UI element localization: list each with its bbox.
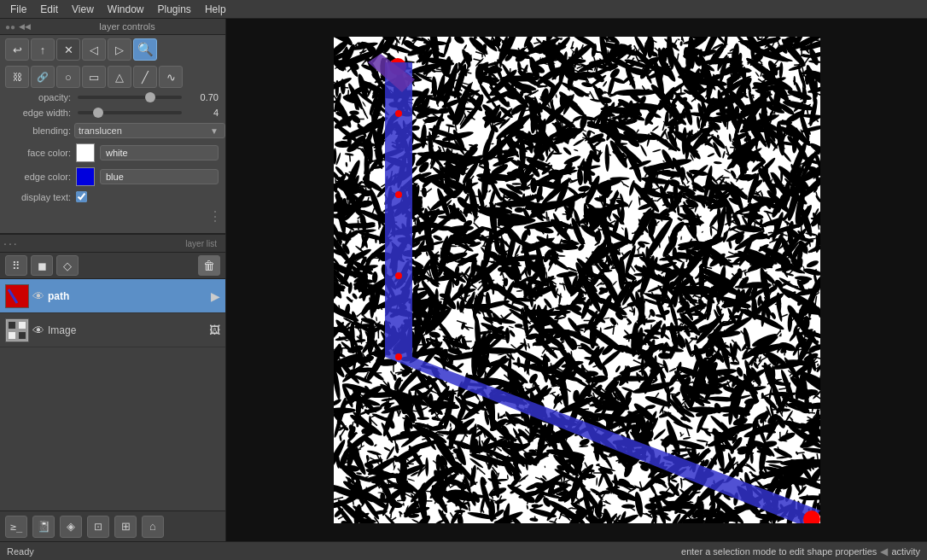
grid-btn[interactable]: ⊞: [114, 516, 137, 538]
svg-rect-2: [9, 322, 15, 329]
image-thumb-svg: [7, 320, 27, 341]
layer-thumb-image: [5, 318, 29, 342]
main-canvas[interactable]: [334, 37, 820, 523]
face-color-control: face color: white: [0, 141, 225, 165]
edge-width-label: edge width:: [7, 108, 71, 118]
edge-color-label: edge color:: [7, 172, 71, 182]
tool-unlink[interactable]: 🔗: [31, 66, 55, 88]
tool-close[interactable]: ✕: [56, 38, 80, 61]
crop-btn[interactable]: ⊡: [87, 516, 109, 538]
face-color-swatch[interactable]: [76, 143, 95, 162]
path-thumb-svg: [7, 286, 27, 306]
layer-image-icon: 🖼: [209, 324, 220, 336]
tool-arrow-back[interactable]: ↩: [5, 38, 29, 61]
tool-arrow-right[interactable]: ▷: [108, 38, 131, 61]
edge-width-slider[interactable]: [78, 111, 182, 114]
layer-tool-points[interactable]: ⠿: [5, 255, 27, 276]
layer-name-image: Image: [48, 324, 206, 336]
status-message: enter a selection mode to edit shape pro…: [681, 546, 877, 557]
svg-line-0: [9, 289, 17, 303]
layer-tool-labels[interactable]: ◇: [56, 255, 79, 276]
menu-plugins[interactable]: Plugins: [151, 2, 198, 17]
edge-width-thumb[interactable]: [93, 108, 103, 118]
layer-tool-shapes[interactable]: ◼: [31, 255, 53, 276]
blending-control: blending: translucen opaque additive ▼: [0, 120, 225, 141]
edge-width-control: edge width: 4: [0, 105, 225, 120]
layer-item-path[interactable]: 👁 path ▶: [0, 279, 225, 313]
mode-toolbar: ⛓ 🔗 ○ ▭ △ ╱ ∿: [0, 64, 225, 90]
edge-color-name[interactable]: blue: [100, 169, 219, 184]
edge-color-swatch[interactable]: [76, 167, 95, 186]
menu-window[interactable]: Window: [101, 2, 151, 17]
layer-expand-path[interactable]: ▶: [211, 289, 220, 303]
tool-arrow-left[interactable]: ◁: [82, 38, 106, 61]
activity-icon: ◀: [880, 545, 888, 557]
menu-edit[interactable]: Edit: [33, 2, 65, 17]
opacity-value: 0.70: [189, 92, 219, 102]
opacity-thumb[interactable]: [145, 92, 155, 102]
canvas-area: [226, 19, 927, 541]
menu-help[interactable]: Help: [198, 2, 233, 17]
menubar: File Edit View Window Plugins Help: [0, 0, 927, 19]
blending-select[interactable]: translucen opaque additive: [74, 123, 225, 138]
svg-rect-5: [19, 332, 26, 339]
status-right: enter a selection mode to edit shape pro…: [681, 545, 920, 557]
tool-rect[interactable]: ▭: [82, 66, 106, 88]
layer-list-toolbar: ⠿ ◼ ◇ 🗑: [0, 253, 225, 279]
display-text-checkbox[interactable]: [76, 191, 87, 202]
tool-search[interactable]: 🔍: [133, 38, 157, 61]
edge-color-control: edge color: blue: [0, 165, 225, 189]
layer-list-title: layer list: [19, 239, 217, 248]
face-color-label: face color:: [7, 148, 71, 158]
layer-eye-path[interactable]: 👁: [32, 289, 44, 303]
3d-btn[interactable]: ◈: [60, 516, 82, 538]
layer-name-path: path: [48, 290, 207, 302]
divider-dots-left: ···: [3, 236, 19, 250]
main-layout: ●● ◀◀ layer controls ↩ ↑ ✕ ◁ ▷ 🔍 ⛓ 🔗 ○ ▭…: [0, 19, 927, 541]
layer-list-panel: ⠿ ◼ ◇ 🗑 👁 path ▶: [0, 253, 225, 510]
layer-controls-toolbar: ↩ ↑ ✕ ◁ ▷ 🔍: [0, 35, 225, 64]
tool-link[interactable]: ⛓: [5, 66, 29, 88]
display-text-label: display text:: [7, 192, 71, 202]
layer-controls-panel: ●● ◀◀ layer controls ↩ ↑ ✕ ◁ ▷ 🔍 ⛓ 🔗 ○ ▭…: [0, 19, 225, 234]
tool-line[interactable]: ╱: [133, 66, 157, 88]
panel-divider[interactable]: ··· layer list: [0, 234, 225, 253]
drag-dots: ⋮: [208, 208, 222, 225]
opacity-label: opacity:: [7, 92, 71, 102]
layer-item-image[interactable]: 👁 Image 🖼: [0, 313, 225, 347]
menu-view[interactable]: View: [65, 2, 101, 17]
layer-controls-header: ●● ◀◀ layer controls: [0, 19, 225, 35]
opacity-slider[interactable]: [78, 96, 182, 99]
tool-arrow-up[interactable]: ↑: [31, 38, 55, 61]
layer-thumb-path: [5, 284, 29, 308]
notebook-btn[interactable]: 📓: [32, 516, 55, 538]
tool-freehand[interactable]: ∿: [159, 66, 183, 88]
svg-rect-3: [19, 322, 26, 329]
left-panel: ●● ◀◀ layer controls ↩ ↑ ✕ ◁ ▷ 🔍 ⛓ 🔗 ○ ▭…: [0, 19, 226, 541]
console-btn[interactable]: ≥_: [5, 516, 27, 538]
controls-drag-handle[interactable]: ⋮: [0, 205, 225, 226]
status-text: Ready: [7, 546, 34, 557]
face-color-name[interactable]: white: [100, 145, 219, 160]
layer-eye-image[interactable]: 👁: [32, 324, 44, 337]
canvas-container[interactable]: [334, 37, 820, 523]
home-btn[interactable]: ⌂: [142, 516, 164, 538]
tool-triangle[interactable]: △: [108, 66, 131, 88]
edge-width-value: 4: [189, 108, 219, 118]
layer-controls-title: layer controls: [34, 21, 220, 32]
bottom-toolbar: ≥_ 📓 ◈ ⊡ ⊞ ⌂: [0, 510, 225, 541]
blending-label: blending:: [7, 125, 71, 136]
menu-file[interactable]: File: [3, 2, 33, 17]
tool-circle[interactable]: ○: [56, 66, 80, 88]
layer-delete-btn[interactable]: 🗑: [198, 255, 220, 276]
display-text-control: display text:: [0, 189, 225, 205]
activity-label: activity: [891, 546, 920, 557]
opacity-control: opacity: 0.70: [0, 90, 225, 105]
svg-rect-4: [9, 332, 15, 339]
statusbar: Ready enter a selection mode to edit sha…: [0, 541, 927, 560]
